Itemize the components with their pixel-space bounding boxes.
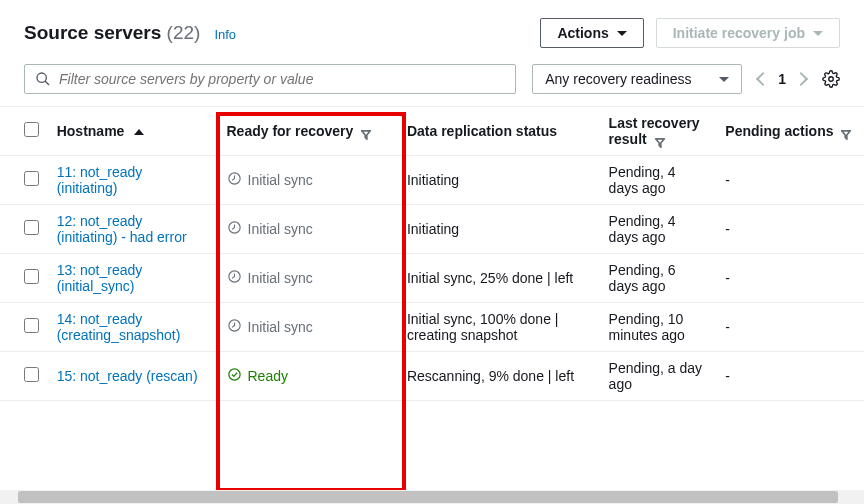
ready-status-text: Initial sync bbox=[248, 270, 313, 286]
table-row: 15: not_ready (rescan)ReadyRescanning, 9… bbox=[0, 352, 864, 401]
last-recovery-result: Pending, 10 minutes ago bbox=[599, 303, 716, 352]
hostname-link[interactable]: 13: not_ready (initial_sync) bbox=[57, 262, 143, 294]
pending-actions: - bbox=[715, 303, 864, 352]
pending-actions: - bbox=[715, 352, 864, 401]
column-ready[interactable]: Ready for recovery bbox=[217, 107, 397, 156]
last-recovery-result: Pending, 4 days ago bbox=[599, 156, 716, 205]
page-number: 1 bbox=[778, 71, 786, 87]
gear-icon[interactable] bbox=[822, 70, 840, 88]
table-row: 14: not_ready (creating_snapshot)Initial… bbox=[0, 303, 864, 352]
column-replication[interactable]: Data replication status bbox=[397, 107, 599, 156]
actions-button[interactable]: Actions bbox=[540, 18, 643, 48]
initiate-recovery-button[interactable]: Initiate recovery job bbox=[656, 18, 840, 48]
filter-icon bbox=[361, 127, 371, 137]
next-page-icon[interactable] bbox=[794, 72, 808, 86]
svg-line-1 bbox=[45, 81, 49, 85]
clock-icon bbox=[227, 220, 242, 238]
server-count: (22) bbox=[167, 22, 201, 43]
caret-down-icon bbox=[617, 31, 627, 36]
search-icon bbox=[35, 71, 51, 87]
svg-marker-3 bbox=[362, 131, 370, 139]
replication-status: Initiating bbox=[397, 205, 599, 254]
replication-status: Initial sync, 25% done | left bbox=[397, 254, 599, 303]
svg-point-2 bbox=[829, 77, 834, 82]
filter-icon bbox=[655, 135, 665, 145]
page-title: Source servers (22) bbox=[24, 22, 200, 44]
row-checkbox[interactable] bbox=[24, 171, 39, 186]
info-link[interactable]: Info bbox=[214, 27, 236, 42]
clock-icon bbox=[227, 318, 242, 336]
hostname-link[interactable]: 15: not_ready (rescan) bbox=[57, 368, 198, 384]
pending-actions: - bbox=[715, 156, 864, 205]
search-input[interactable] bbox=[59, 71, 505, 87]
svg-point-0 bbox=[37, 73, 46, 82]
pending-actions: - bbox=[715, 205, 864, 254]
servers-table: Hostname Ready for recovery Data replica… bbox=[0, 107, 864, 401]
prev-page-icon[interactable] bbox=[756, 72, 770, 86]
replication-status: Initial sync, 100% done | creating snaps… bbox=[397, 303, 599, 352]
check-circle-icon bbox=[227, 367, 242, 385]
svg-marker-5 bbox=[842, 131, 850, 139]
ready-status-text: Initial sync bbox=[248, 221, 313, 237]
last-recovery-result: Pending, a day ago bbox=[599, 352, 716, 401]
ready-status-text: Ready bbox=[248, 368, 288, 384]
clock-icon bbox=[227, 269, 242, 287]
scroll-thumb[interactable] bbox=[18, 491, 838, 503]
hostname-link[interactable]: 11: not_ready (initiating) bbox=[57, 164, 143, 196]
last-recovery-result: Pending, 4 days ago bbox=[599, 205, 716, 254]
scroll-left-icon[interactable] bbox=[0, 491, 12, 503]
svg-marker-4 bbox=[655, 139, 663, 147]
last-recovery-result: Pending, 6 days ago bbox=[599, 254, 716, 303]
ready-status-text: Initial sync bbox=[248, 172, 313, 188]
row-checkbox[interactable] bbox=[24, 269, 39, 284]
table-row: 13: not_ready (initial_sync)Initial sync… bbox=[0, 254, 864, 303]
clock-icon bbox=[227, 171, 242, 189]
table-row: 11: not_ready (initiating)Initial syncIn… bbox=[0, 156, 864, 205]
sort-asc-icon bbox=[134, 129, 144, 135]
search-input-wrap[interactable] bbox=[24, 64, 516, 94]
caret-down-icon bbox=[813, 31, 823, 36]
column-pending[interactable]: Pending actions bbox=[715, 107, 864, 156]
table-row: 12: not_ready (initiating) - had errorIn… bbox=[0, 205, 864, 254]
paginator: 1 bbox=[758, 71, 806, 87]
column-last-result[interactable]: Last recovery result bbox=[599, 107, 716, 156]
column-hostname[interactable]: Hostname bbox=[47, 107, 217, 156]
horizontal-scrollbar[interactable] bbox=[0, 490, 864, 504]
row-checkbox[interactable] bbox=[24, 318, 39, 333]
caret-down-icon bbox=[719, 77, 729, 82]
readiness-select[interactable]: Any recovery readiness bbox=[532, 64, 742, 94]
pending-actions: - bbox=[715, 254, 864, 303]
replication-status: Rescanning, 9% done | left bbox=[397, 352, 599, 401]
hostname-link[interactable]: 14: not_ready (creating_snapshot) bbox=[57, 311, 181, 343]
row-checkbox[interactable] bbox=[24, 367, 39, 382]
row-checkbox[interactable] bbox=[24, 220, 39, 235]
ready-status-text: Initial sync bbox=[248, 319, 313, 335]
svg-point-10 bbox=[228, 369, 239, 380]
hostname-link[interactable]: 12: not_ready (initiating) - had error bbox=[57, 213, 187, 245]
select-all-checkbox[interactable] bbox=[24, 122, 39, 137]
filter-icon bbox=[841, 127, 851, 137]
replication-status: Initiating bbox=[397, 156, 599, 205]
